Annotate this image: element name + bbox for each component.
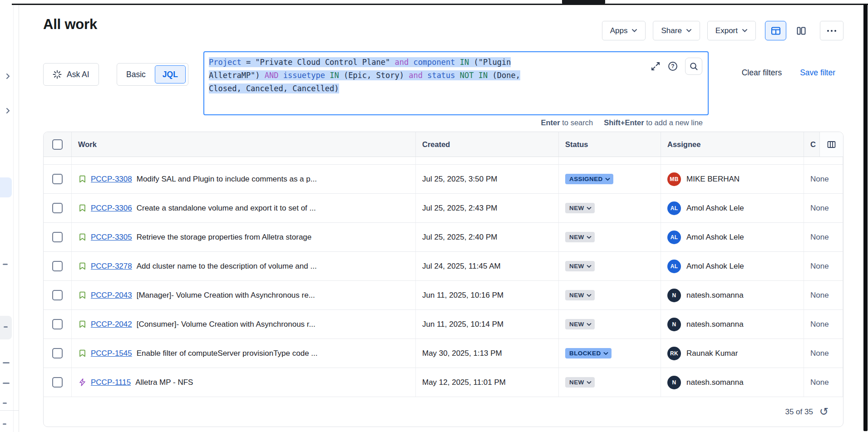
created-value: Jul 25, 2025, 3:50 PM <box>422 175 497 184</box>
chevron-right-icon[interactable] <box>5 108 10 114</box>
expand-icon[interactable] <box>651 61 661 71</box>
avatar: RK <box>667 347 681 360</box>
issue-title: [Manager]- Volume Creation with Asynchro… <box>137 291 315 300</box>
clear-filters-button[interactable]: Clear filters <box>742 68 782 78</box>
sidebar-selected-item[interactable] <box>0 177 12 197</box>
share-button[interactable]: Share <box>653 21 700 40</box>
assignee-cell: Nnatesh.somanna <box>661 310 804 339</box>
row-checkbox[interactable] <box>52 232 63 242</box>
issue-key-link[interactable]: PCCP-3305 <box>91 233 132 242</box>
status-label: NEW <box>569 234 584 241</box>
jql-editor[interactable]: Project = "Private Cloud Control Plane" … <box>203 51 709 115</box>
status-badge[interactable]: NEW <box>565 290 595 300</box>
table-row[interactable]: PCCP-1545Enable filter of computeServer … <box>44 339 843 368</box>
ai-sparkle-icon <box>53 70 62 79</box>
table-row-partial <box>44 157 843 165</box>
select-all-cell <box>44 132 72 157</box>
results-count: 35 of 35 <box>785 407 813 417</box>
export-button[interactable]: Export <box>707 21 756 40</box>
status-badge[interactable]: NEW <box>565 319 595 329</box>
apps-button[interactable]: Apps <box>602 21 646 40</box>
row-checkbox[interactable] <box>52 377 63 388</box>
issue-key-link[interactable]: PCCP-2043 <box>91 291 132 300</box>
columns-settings-button[interactable] <box>819 132 843 157</box>
table-footer: 35 of 35 ↺ <box>44 397 843 427</box>
assignee-cell: ALAmol Ashok Lele <box>661 194 804 222</box>
row-checkbox[interactable] <box>52 203 63 213</box>
issue-key-link[interactable]: PCCP-3278 <box>91 262 132 271</box>
select-all-checkbox[interactable] <box>52 139 63 150</box>
created-cell: Jul 25, 2025, 2:40 PM <box>416 223 559 251</box>
avatar: N <box>667 318 681 331</box>
issue-key-link[interactable]: PCCP-1115 <box>91 378 131 387</box>
chevron-down-icon <box>742 29 748 33</box>
issue-key-link[interactable]: PCCP-3308 <box>91 175 132 184</box>
table-row[interactable]: PCCP-2043[Manager]- Volume Creation with… <box>44 281 843 310</box>
status-badge[interactable]: NEW <box>565 232 595 242</box>
sidebar-item-fragment <box>4 326 8 328</box>
created-cell: Jul 25, 2025, 2:43 PM <box>416 194 559 222</box>
avatar: AL <box>667 260 681 273</box>
filter-actions: Clear filters Save filter <box>742 68 835 78</box>
status-badge[interactable]: NEW <box>565 203 595 213</box>
detail-view-button[interactable] <box>792 21 811 40</box>
table-row[interactable]: PCCP-3306Create a standalone volume and … <box>44 194 843 223</box>
column-header-work[interactable]: Work <box>72 132 416 157</box>
help-icon[interactable]: ? <box>667 61 678 72</box>
refresh-icon[interactable]: ↺ <box>819 406 829 417</box>
row-checkbox[interactable] <box>52 261 63 271</box>
row-checkbox[interactable] <box>52 348 63 358</box>
work-table: Work Created Status Assignee C PCCP-3308… <box>43 132 843 427</box>
more-options-button[interactable] <box>820 21 843 40</box>
table-row[interactable]: PCCP-1115Alletra MP - NFSMay 12, 2025, 1… <box>44 368 843 397</box>
truncated-cell: None <box>804 368 843 397</box>
export-button-label: Export <box>715 26 738 35</box>
issue-key-link[interactable]: PCCP-1545 <box>91 349 132 358</box>
chevron-down-icon <box>603 352 608 355</box>
status-badge[interactable]: NEW <box>565 377 595 388</box>
save-filter-button[interactable]: Save filter <box>800 68 835 78</box>
window-right-border <box>863 4 868 431</box>
ellipsis-icon <box>831 30 833 32</box>
ask-ai-button[interactable]: Ask AI <box>43 63 99 86</box>
row-checkbox[interactable] <box>52 174 63 184</box>
assignee-name: Amol Ashok Lele <box>686 233 744 242</box>
table-row[interactable]: PCCP-2042[Consumer]- Volume Creation wit… <box>44 310 843 339</box>
truncated-cell: None <box>804 252 843 280</box>
assignee-name: Amol Ashok Lele <box>686 204 744 213</box>
sidebar-hover-item[interactable] <box>0 316 12 339</box>
status-badge[interactable]: NEW <box>565 261 595 271</box>
status-cell: NEW <box>559 252 661 280</box>
status-badge[interactable]: ASSIGNED <box>565 174 613 184</box>
row-checkbox[interactable] <box>52 319 63 329</box>
issue-key-link[interactable]: PCCP-3306 <box>91 204 132 213</box>
table-view-button[interactable] <box>765 21 786 40</box>
table-row[interactable]: PCCP-3308Modify SAL and Plugin to includ… <box>44 165 843 194</box>
issue-key-link[interactable]: PCCP-2042 <box>91 320 132 329</box>
table-body: PCCP-3308Modify SAL and Plugin to includ… <box>44 157 843 397</box>
mode-jql-tab[interactable]: JQL <box>155 65 186 83</box>
column-header-status[interactable]: Status <box>559 132 661 157</box>
window-top-border <box>12 4 868 5</box>
search-button[interactable] <box>685 58 702 75</box>
chevron-right-icon[interactable] <box>5 73 10 79</box>
status-badge[interactable]: BLOCKED <box>565 348 612 358</box>
table-row[interactable]: PCCP-3278Add cluster name to the descrip… <box>44 252 843 281</box>
row-checkbox[interactable] <box>52 290 63 300</box>
hint-enter: Enter to search <box>541 118 593 127</box>
column-header-assignee[interactable]: Assignee <box>661 132 804 157</box>
created-cell: Jun 11, 2025, 10:14 PM <box>416 310 559 339</box>
apps-button-label: Apps <box>610 26 628 35</box>
table-row[interactable]: PCCP-3305Retrieve the storage properties… <box>44 223 843 252</box>
mode-basic-tab[interactable]: Basic <box>117 70 155 79</box>
assignee-cell: MBMIKE BERHAN <box>661 165 804 193</box>
assignee-name: natesh.somanna <box>686 320 744 329</box>
story-type-icon <box>78 320 87 329</box>
sidebar-item-fragment <box>3 264 8 265</box>
status-label: NEW <box>569 263 584 270</box>
created-value: May 12, 2025, 11:01 PM <box>422 378 506 387</box>
issue-title: Modify SAL and Plugin to include comment… <box>137 175 317 184</box>
issue-title: Enable filter of computeServer provision… <box>137 349 318 358</box>
created-cell: May 30, 2025, 1:13 PM <box>416 339 559 368</box>
column-header-created[interactable]: Created <box>416 132 559 157</box>
